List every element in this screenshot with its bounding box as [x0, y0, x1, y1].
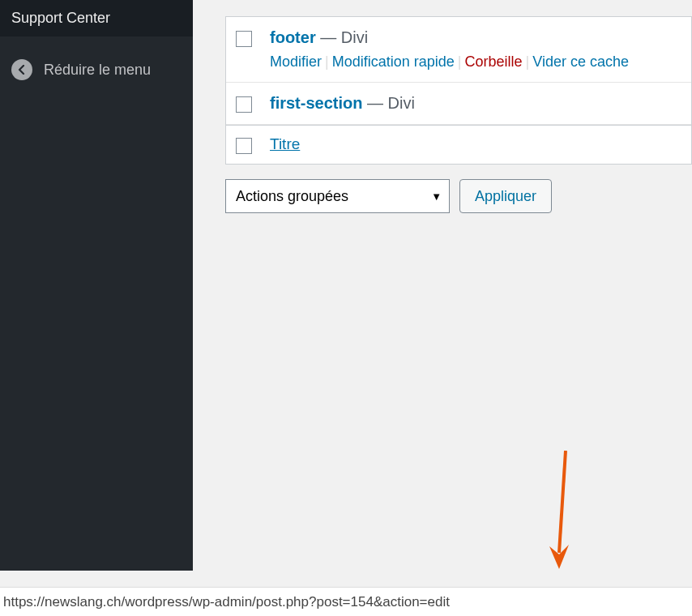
table-row: first-section — Divi	[226, 83, 691, 125]
action-separator: |	[458, 53, 462, 70]
row-body: footer — Divi Modifier|Modification rapi…	[270, 28, 681, 71]
row-body: first-section — Divi	[270, 94, 681, 113]
select-all-checkbox[interactable]	[236, 138, 252, 154]
svg-line-0	[559, 451, 566, 553]
table-row: footer — Divi Modifier|Modification rapi…	[226, 17, 691, 83]
action-separator: |	[526, 53, 530, 70]
row-checkbox[interactable]	[236, 96, 252, 113]
browser-status-bar: https://newslang.ch/wordpress/wp-admin/p…	[0, 587, 692, 616]
collapse-menu-button[interactable]: Réduire le menu	[0, 51, 193, 88]
item-title-suffix: — Divi	[316, 28, 368, 46]
sidebar-item-label: Support Center	[11, 10, 110, 27]
item-title-link[interactable]: first-section	[270, 94, 362, 112]
quick-edit-action[interactable]: Modification rapide	[332, 53, 455, 70]
edit-action[interactable]: Modifier	[270, 53, 322, 70]
clear-cache-action[interactable]: Vider ce cache	[532, 53, 629, 70]
row-title: footer — Divi	[270, 28, 681, 47]
sidebar-item-support-center[interactable]: Support Center	[0, 0, 193, 36]
apply-button[interactable]: Appliquer	[459, 179, 552, 213]
row-checkbox[interactable]	[236, 31, 252, 47]
row-title: first-section — Divi	[270, 94, 681, 113]
item-title-suffix: — Divi	[362, 94, 414, 112]
main-content: footer — Divi Modifier|Modification rapi…	[193, 0, 692, 571]
annotation-arrow-icon	[546, 451, 579, 572]
sidebar-item-label: Réduire le menu	[44, 62, 151, 79]
bulk-actions-select[interactable]: Actions groupées	[225, 179, 450, 213]
column-title-sort[interactable]: Titre	[270, 135, 300, 153]
item-title-link[interactable]: footer	[270, 28, 316, 46]
status-url-text: https://newslang.ch/wordpress/wp-admin/p…	[3, 594, 450, 610]
bulk-actions-bar: Actions groupées ▼ Appliquer	[225, 179, 692, 213]
collapse-arrow-icon	[11, 59, 32, 80]
admin-sidebar: Support Center Réduire le menu	[0, 0, 193, 571]
items-table: footer — Divi Modifier|Modification rapi…	[225, 16, 692, 165]
action-separator: |	[325, 53, 329, 70]
trash-action[interactable]: Corbeille	[465, 53, 523, 70]
table-footer-header: Titre	[226, 125, 691, 164]
row-actions: Modifier|Modification rapide|Corbeille|V…	[270, 53, 681, 71]
